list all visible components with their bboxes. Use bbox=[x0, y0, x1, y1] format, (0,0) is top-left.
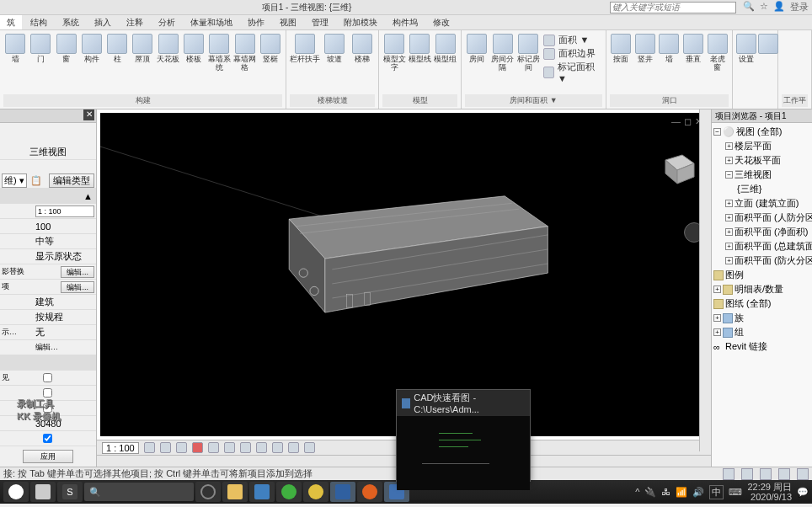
tb-app-2[interactable]: S bbox=[57, 482, 83, 502]
scale-input[interactable] bbox=[35, 205, 94, 217]
tree-sheets[interactable]: 图纸 (全部) bbox=[713, 296, 810, 311]
sb-icon-7[interactable] bbox=[240, 442, 251, 453]
tool-window[interactable]: 窗 bbox=[55, 32, 78, 64]
sr-icon-4[interactable] bbox=[778, 468, 790, 480]
tb-app-orange[interactable] bbox=[357, 482, 382, 502]
sr-icon-3[interactable] bbox=[760, 468, 772, 480]
tree-3dviews[interactable]: −三维视图 bbox=[713, 168, 810, 182]
tool-railing[interactable]: 栏杆扶手 bbox=[290, 32, 320, 64]
tree-families[interactable]: +族 bbox=[713, 311, 810, 325]
three-select[interactable]: 维) ▾ bbox=[2, 173, 27, 188]
tool-refplane[interactable] bbox=[758, 32, 778, 54]
vertical-scrollbar[interactable] bbox=[699, 109, 711, 451]
tab-view[interactable]: 视图 bbox=[273, 15, 303, 29]
expand-icon[interactable]: ▲ bbox=[83, 191, 93, 201]
chk-3[interactable] bbox=[43, 403, 52, 413]
tab-annotate[interactable]: 注释 bbox=[120, 15, 150, 29]
tray-vol-icon[interactable]: 🔊 bbox=[692, 487, 704, 498]
tray-clock[interactable]: 22:29 周日 2020/9/13 bbox=[747, 482, 792, 502]
tree-links[interactable]: ∞Revit 链接 bbox=[713, 339, 810, 354]
favorite-icon[interactable]: ☆ bbox=[760, 1, 768, 13]
tool-door[interactable]: 门 bbox=[29, 32, 52, 64]
tool-wall[interactable]: 墙 bbox=[3, 32, 27, 64]
tab-systems[interactable]: 系统 bbox=[56, 15, 86, 29]
tool-component[interactable]: 构件 bbox=[80, 32, 104, 64]
taskbar-search[interactable]: 🔍 bbox=[84, 483, 194, 501]
tree-root[interactable]: −⚪视图 (全部) bbox=[713, 125, 810, 139]
sr-icon-5[interactable] bbox=[797, 468, 809, 480]
tray-wifi-icon[interactable]: 📶 bbox=[676, 487, 687, 498]
tree-3d[interactable]: {三维} bbox=[713, 182, 810, 196]
tab-collaborate[interactable]: 协作 bbox=[241, 15, 271, 29]
sr-icon-1[interactable] bbox=[723, 468, 735, 480]
tb-app-yellow[interactable] bbox=[303, 482, 329, 502]
tree-legends[interactable]: 图例 bbox=[713, 268, 810, 282]
edit-type-btn[interactable]: 编辑类型 bbox=[49, 173, 94, 188]
vp-min-icon[interactable]: — bbox=[671, 116, 681, 127]
tab-addins[interactable]: 附加模块 bbox=[337, 15, 384, 29]
tool-roomsep[interactable]: 房间分隔 bbox=[490, 32, 514, 72]
tool-areatag[interactable]: 标记面积 ▼ bbox=[543, 61, 601, 83]
tool-owall[interactable]: 墙 bbox=[658, 32, 681, 64]
detail-val[interactable]: 中等 bbox=[35, 235, 94, 248]
viewport-3d[interactable]: — ◻ ✕ bbox=[100, 113, 708, 436]
user-icon[interactable]: 👤 bbox=[773, 1, 785, 13]
tool-settings[interactable]: 设置 bbox=[736, 32, 756, 64]
login-link[interactable]: 登录 bbox=[790, 1, 809, 13]
sb-icon-8[interactable] bbox=[256, 442, 267, 453]
search-icon[interactable]: 🔍 bbox=[743, 1, 755, 13]
start-button[interactable] bbox=[3, 482, 29, 502]
tool-floor[interactable]: 楼板 bbox=[182, 32, 206, 64]
edit-btn-1[interactable]: 编辑... bbox=[61, 266, 94, 278]
tool-roomtag[interactable]: 标记房间 bbox=[516, 32, 540, 72]
tb-folder[interactable] bbox=[222, 482, 248, 502]
tool-mtext[interactable]: 模型文字 bbox=[382, 32, 406, 72]
num-val[interactable]: 30480 bbox=[35, 419, 94, 429]
tree-area3[interactable]: +面积平面 (总建筑面 bbox=[713, 239, 810, 254]
sb-scale[interactable]: 1 : 100 bbox=[102, 442, 139, 454]
chk-4[interactable] bbox=[43, 434, 52, 443]
tool-curtsys[interactable]: 幕墙系统 bbox=[207, 32, 231, 72]
sb-icon-1[interactable] bbox=[144, 442, 155, 453]
tab-manage[interactable]: 管理 bbox=[305, 15, 335, 29]
tree-area1[interactable]: +面积平面 (人防分区 bbox=[713, 211, 810, 225]
tab-structure[interactable]: 结构 bbox=[24, 15, 54, 29]
none-val[interactable]: 无 bbox=[35, 326, 94, 339]
view-cube[interactable] bbox=[657, 147, 697, 187]
tb-store[interactable] bbox=[249, 482, 275, 502]
edit-btn-2[interactable]: 编辑... bbox=[61, 281, 94, 293]
tray-ime[interactable]: 中 bbox=[709, 485, 724, 499]
sb-icon-4[interactable] bbox=[192, 442, 203, 453]
sb-icon-9[interactable] bbox=[272, 442, 283, 453]
sb-icon-5[interactable] bbox=[208, 442, 219, 453]
apply-btn[interactable]: 应用 bbox=[23, 450, 73, 463]
tab-modify[interactable]: 修改 bbox=[426, 15, 457, 29]
tool-room[interactable]: 房间 bbox=[465, 32, 489, 64]
tb-app-green[interactable] bbox=[276, 482, 302, 502]
tray-notif-icon[interactable]: 💬 bbox=[797, 487, 809, 498]
tree-area2[interactable]: +面积平面 (净面积) bbox=[713, 225, 810, 239]
tb-app-1[interactable] bbox=[30, 482, 56, 502]
tray-kb-icon[interactable]: ⌨ bbox=[729, 487, 742, 498]
tool-curtgrid[interactable]: 幕墙网格 bbox=[232, 32, 256, 72]
status-val[interactable]: 显示原状态 bbox=[35, 250, 94, 263]
tab-component[interactable]: 构件坞 bbox=[386, 15, 425, 29]
tree-elev[interactable]: +立面 (建筑立面) bbox=[713, 196, 810, 211]
tool-dormer[interactable]: 老虎窗 bbox=[706, 32, 729, 72]
byrule-val[interactable]: 按规程 bbox=[35, 311, 94, 323]
tree-groups[interactable]: +组 bbox=[713, 325, 810, 339]
tray-up-icon[interactable]: ^ bbox=[635, 487, 639, 497]
tab-insert[interactable]: 插入 bbox=[88, 15, 118, 29]
chk-1[interactable] bbox=[43, 373, 52, 382]
tool-stair[interactable]: 楼梯 bbox=[350, 32, 375, 64]
vp-max-icon[interactable]: ◻ bbox=[684, 116, 692, 127]
taskbar-preview[interactable]: CAD快速看图 - C:\Users\Adm... bbox=[396, 389, 531, 482]
tool-mline[interactable]: 模型线 bbox=[408, 32, 431, 64]
tray-net-icon[interactable]: 🖧 bbox=[661, 487, 670, 497]
tool-areabnd[interactable]: 面积边界 bbox=[543, 47, 601, 60]
chk-2[interactable] bbox=[43, 388, 52, 398]
tb-cortana[interactable] bbox=[195, 482, 221, 502]
tool-roof[interactable]: 屋顶 bbox=[131, 32, 154, 64]
sb-icon-11[interactable] bbox=[304, 442, 315, 453]
sr-icon-2[interactable] bbox=[741, 468, 753, 480]
